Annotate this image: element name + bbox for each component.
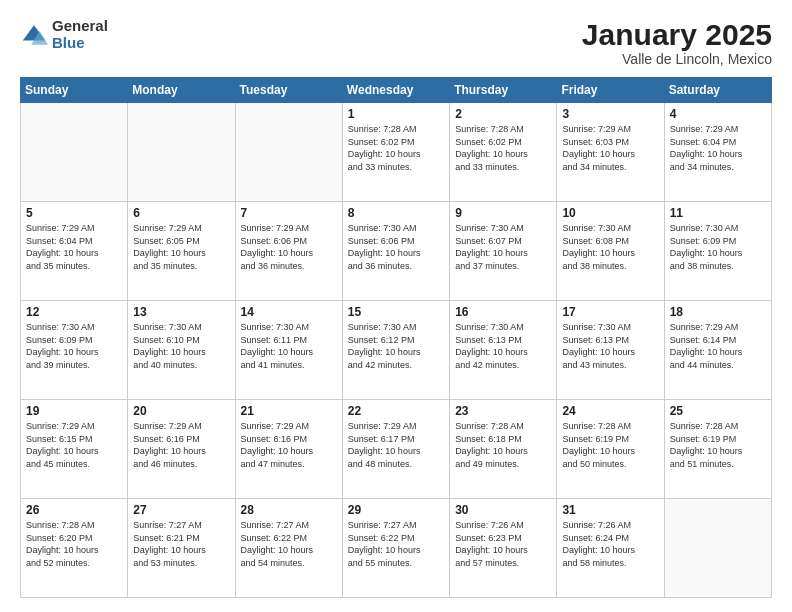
weekday-wednesday: Wednesday [342,78,449,103]
logo: General Blue [20,18,108,51]
day-info: Sunrise: 7:30 AM Sunset: 6:07 PM Dayligh… [455,222,551,272]
day-number: 22 [348,404,444,418]
day-number: 21 [241,404,337,418]
calendar-cell: 5Sunrise: 7:29 AM Sunset: 6:04 PM Daylig… [21,202,128,301]
day-info: Sunrise: 7:30 AM Sunset: 6:09 PM Dayligh… [26,321,122,371]
day-number: 7 [241,206,337,220]
calendar-cell: 26Sunrise: 7:28 AM Sunset: 6:20 PM Dayli… [21,499,128,598]
calendar-body: 1Sunrise: 7:28 AM Sunset: 6:02 PM Daylig… [21,103,772,598]
day-info: Sunrise: 7:29 AM Sunset: 6:06 PM Dayligh… [241,222,337,272]
day-number: 18 [670,305,766,319]
weekday-tuesday: Tuesday [235,78,342,103]
logo-icon [20,21,48,49]
day-info: Sunrise: 7:29 AM Sunset: 6:15 PM Dayligh… [26,420,122,470]
day-number: 31 [562,503,658,517]
calendar-cell [128,103,235,202]
day-info: Sunrise: 7:29 AM Sunset: 6:14 PM Dayligh… [670,321,766,371]
calendar-cell: 17Sunrise: 7:30 AM Sunset: 6:13 PM Dayli… [557,301,664,400]
calendar-cell: 8Sunrise: 7:30 AM Sunset: 6:06 PM Daylig… [342,202,449,301]
day-number: 8 [348,206,444,220]
page: General Blue January 2025 Valle de Linco… [0,0,792,612]
day-number: 2 [455,107,551,121]
week-row-1: 5Sunrise: 7:29 AM Sunset: 6:04 PM Daylig… [21,202,772,301]
day-info: Sunrise: 7:26 AM Sunset: 6:23 PM Dayligh… [455,519,551,569]
day-info: Sunrise: 7:28 AM Sunset: 6:02 PM Dayligh… [455,123,551,173]
calendar-cell: 3Sunrise: 7:29 AM Sunset: 6:03 PM Daylig… [557,103,664,202]
logo-blue: Blue [52,35,108,52]
day-info: Sunrise: 7:30 AM Sunset: 6:06 PM Dayligh… [348,222,444,272]
calendar-header: SundayMondayTuesdayWednesdayThursdayFrid… [21,78,772,103]
day-number: 30 [455,503,551,517]
calendar-cell: 25Sunrise: 7:28 AM Sunset: 6:19 PM Dayli… [664,400,771,499]
day-info: Sunrise: 7:28 AM Sunset: 6:18 PM Dayligh… [455,420,551,470]
calendar-cell: 30Sunrise: 7:26 AM Sunset: 6:23 PM Dayli… [450,499,557,598]
day-info: Sunrise: 7:27 AM Sunset: 6:22 PM Dayligh… [241,519,337,569]
calendar: SundayMondayTuesdayWednesdayThursdayFrid… [20,77,772,598]
calendar-cell: 18Sunrise: 7:29 AM Sunset: 6:14 PM Dayli… [664,301,771,400]
calendar-cell: 23Sunrise: 7:28 AM Sunset: 6:18 PM Dayli… [450,400,557,499]
day-info: Sunrise: 7:28 AM Sunset: 6:19 PM Dayligh… [562,420,658,470]
day-number: 12 [26,305,122,319]
day-number: 23 [455,404,551,418]
day-number: 10 [562,206,658,220]
day-number: 16 [455,305,551,319]
calendar-cell: 4Sunrise: 7:29 AM Sunset: 6:04 PM Daylig… [664,103,771,202]
day-info: Sunrise: 7:29 AM Sunset: 6:04 PM Dayligh… [670,123,766,173]
calendar-cell: 1Sunrise: 7:28 AM Sunset: 6:02 PM Daylig… [342,103,449,202]
logo-text: General Blue [52,18,108,51]
day-number: 3 [562,107,658,121]
calendar-cell [21,103,128,202]
weekday-friday: Friday [557,78,664,103]
calendar-cell: 10Sunrise: 7:30 AM Sunset: 6:08 PM Dayli… [557,202,664,301]
week-row-4: 26Sunrise: 7:28 AM Sunset: 6:20 PM Dayli… [21,499,772,598]
calendar-cell: 20Sunrise: 7:29 AM Sunset: 6:16 PM Dayli… [128,400,235,499]
day-info: Sunrise: 7:30 AM Sunset: 6:13 PM Dayligh… [562,321,658,371]
day-info: Sunrise: 7:28 AM Sunset: 6:02 PM Dayligh… [348,123,444,173]
week-row-2: 12Sunrise: 7:30 AM Sunset: 6:09 PM Dayli… [21,301,772,400]
weekday-thursday: Thursday [450,78,557,103]
day-number: 19 [26,404,122,418]
week-row-3: 19Sunrise: 7:29 AM Sunset: 6:15 PM Dayli… [21,400,772,499]
calendar-cell: 11Sunrise: 7:30 AM Sunset: 6:09 PM Dayli… [664,202,771,301]
logo-general: General [52,18,108,35]
day-info: Sunrise: 7:28 AM Sunset: 6:19 PM Dayligh… [670,420,766,470]
week-row-0: 1Sunrise: 7:28 AM Sunset: 6:02 PM Daylig… [21,103,772,202]
calendar-cell: 21Sunrise: 7:29 AM Sunset: 6:16 PM Dayli… [235,400,342,499]
day-info: Sunrise: 7:30 AM Sunset: 6:10 PM Dayligh… [133,321,229,371]
day-number: 29 [348,503,444,517]
day-info: Sunrise: 7:29 AM Sunset: 6:16 PM Dayligh… [241,420,337,470]
weekday-monday: Monday [128,78,235,103]
day-info: Sunrise: 7:30 AM Sunset: 6:08 PM Dayligh… [562,222,658,272]
weekday-row: SundayMondayTuesdayWednesdayThursdayFrid… [21,78,772,103]
calendar-cell: 31Sunrise: 7:26 AM Sunset: 6:24 PM Dayli… [557,499,664,598]
day-info: Sunrise: 7:29 AM Sunset: 6:04 PM Dayligh… [26,222,122,272]
calendar-cell [664,499,771,598]
calendar-cell: 27Sunrise: 7:27 AM Sunset: 6:21 PM Dayli… [128,499,235,598]
calendar-cell: 16Sunrise: 7:30 AM Sunset: 6:13 PM Dayli… [450,301,557,400]
calendar-cell: 14Sunrise: 7:30 AM Sunset: 6:11 PM Dayli… [235,301,342,400]
day-number: 15 [348,305,444,319]
day-info: Sunrise: 7:29 AM Sunset: 6:16 PM Dayligh… [133,420,229,470]
day-number: 5 [26,206,122,220]
weekday-saturday: Saturday [664,78,771,103]
day-info: Sunrise: 7:27 AM Sunset: 6:22 PM Dayligh… [348,519,444,569]
day-number: 17 [562,305,658,319]
title-block: January 2025 Valle de Lincoln, Mexico [582,18,772,67]
day-info: Sunrise: 7:30 AM Sunset: 6:12 PM Dayligh… [348,321,444,371]
day-number: 14 [241,305,337,319]
calendar-cell: 6Sunrise: 7:29 AM Sunset: 6:05 PM Daylig… [128,202,235,301]
day-number: 27 [133,503,229,517]
day-info: Sunrise: 7:26 AM Sunset: 6:24 PM Dayligh… [562,519,658,569]
day-info: Sunrise: 7:29 AM Sunset: 6:03 PM Dayligh… [562,123,658,173]
day-number: 6 [133,206,229,220]
day-number: 4 [670,107,766,121]
calendar-cell: 29Sunrise: 7:27 AM Sunset: 6:22 PM Dayli… [342,499,449,598]
calendar-cell: 7Sunrise: 7:29 AM Sunset: 6:06 PM Daylig… [235,202,342,301]
calendar-cell [235,103,342,202]
calendar-cell: 2Sunrise: 7:28 AM Sunset: 6:02 PM Daylig… [450,103,557,202]
header: General Blue January 2025 Valle de Linco… [20,18,772,67]
day-number: 13 [133,305,229,319]
weekday-sunday: Sunday [21,78,128,103]
day-number: 20 [133,404,229,418]
day-info: Sunrise: 7:29 AM Sunset: 6:17 PM Dayligh… [348,420,444,470]
